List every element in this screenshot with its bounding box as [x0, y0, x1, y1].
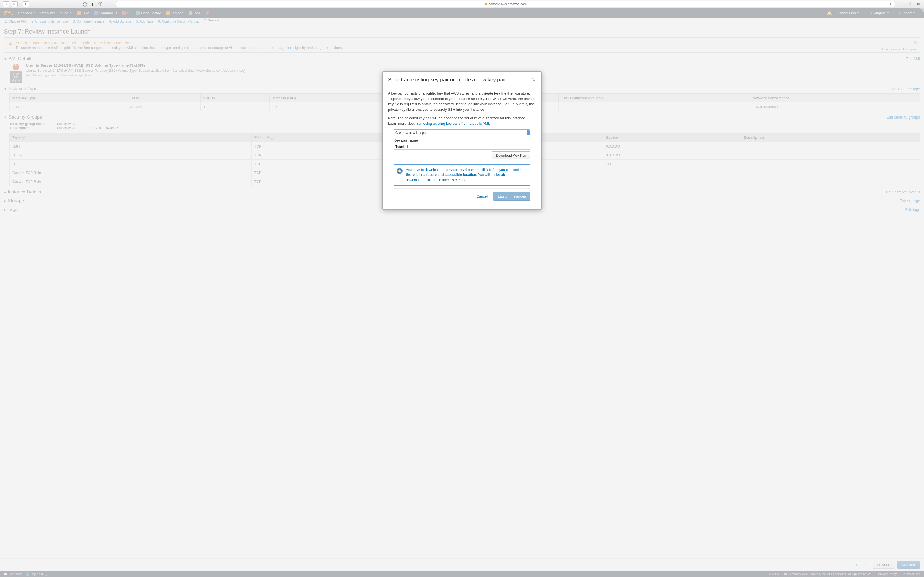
share-icon[interactable]: ⇪ [908, 2, 914, 7]
keypair-name-input[interactable] [394, 144, 530, 150]
info-bubble-icon: 💬 [397, 168, 402, 174]
modal-paragraph-2: Note: The selected key pair will be adde… [388, 115, 536, 126]
remove-keypairs-link[interactable]: removing existing key pairs from a publi… [417, 121, 489, 126]
tabs-icon[interactable]: ⧉ [915, 2, 921, 7]
keypair-info-box: 💬 You have to download the private key f… [394, 164, 530, 186]
keypair-modal: Select an existing key pair or create a … [382, 71, 542, 210]
modal-launch-button[interactable]: Launch Instances [493, 192, 530, 201]
modal-title: Select an existing key pair or create a … [388, 77, 506, 83]
adblock-icon[interactable]: ◯ [82, 2, 88, 7]
keypair-mode-select[interactable]: Create a new key pair [394, 129, 530, 136]
modal-close-icon[interactable]: ✕ [532, 77, 536, 83]
bookmark-icon[interactable]: ▮ [90, 2, 96, 7]
back-button[interactable]: ◀ [3, 2, 9, 7]
modal-paragraph-1: A key pair consists of a public key that… [388, 91, 536, 112]
keypair-name-label: Key pair name [394, 138, 536, 143]
lock-icon: 🔒 [484, 2, 488, 5]
sidebar-toggle[interactable]: ◧ [23, 2, 29, 7]
url-bar[interactable]: 🔒 console.aws.amazon.com ⟳ [116, 1, 895, 7]
refresh-icon[interactable]: ⟳ [890, 2, 893, 6]
forward-button[interactable]: ▶ [11, 2, 18, 7]
info-icon[interactable]: ⓘ [97, 2, 103, 7]
download-keypair-button[interactable]: Download Key Pair [492, 152, 530, 160]
modal-overlay: Select an existing key pair or create a … [0, 8, 924, 230]
url-text: console.aws.amazon.com [489, 2, 527, 6]
browser-toolbar: ◀ ▶ ◧ ◯ ▮ ⓘ 🔒 console.aws.amazon.com ⟳ ⇪… [0, 0, 924, 8]
modal-cancel-button[interactable]: Cancel [473, 192, 491, 201]
